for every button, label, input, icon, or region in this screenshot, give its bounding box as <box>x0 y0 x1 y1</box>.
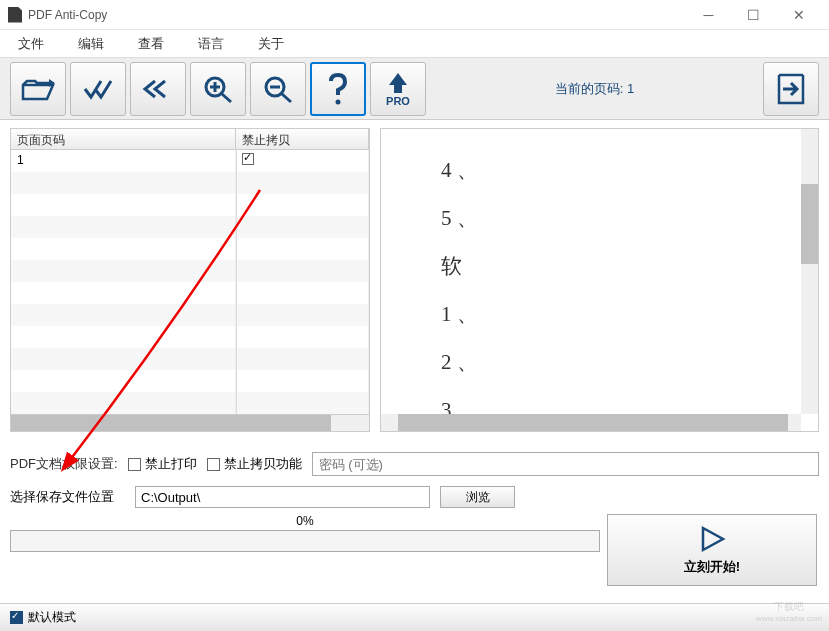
svg-point-2 <box>336 99 341 104</box>
upgrade-pro-icon: PRO <box>381 71 415 107</box>
close-button[interactable]: ✕ <box>776 1 821 29</box>
zoom-in-icon <box>201 74 235 104</box>
minimize-button[interactable]: ─ <box>686 1 731 29</box>
help-button[interactable] <box>310 62 366 116</box>
start-button[interactable]: 立刻开始! <box>607 514 817 586</box>
statusbar: 默认模式 <box>0 603 829 631</box>
maximize-button[interactable]: ☐ <box>731 1 776 29</box>
page-list-panel: 页面页码 禁止拷贝 1 <box>10 128 370 432</box>
nocopy-checkbox[interactable] <box>242 153 254 165</box>
progress-label: 0% <box>10 512 600 530</box>
default-mode-checkbox[interactable]: 默认模式 <box>10 609 76 626</box>
preview-vscrollbar[interactable] <box>801 129 818 414</box>
toolbar: PRO 当前的页码: 1 <box>0 58 829 120</box>
table-body: 1 <box>10 150 370 415</box>
zoom-out-button[interactable] <box>250 62 306 116</box>
menu-view[interactable]: 查看 <box>130 31 172 57</box>
preview-line: 5 、 <box>441 197 758 239</box>
play-icon <box>697 524 727 554</box>
menu-edit[interactable]: 编辑 <box>70 31 112 57</box>
titlebar: PDF Anti-Copy ─ ☐ ✕ <box>0 0 829 30</box>
menu-about[interactable]: 关于 <box>250 31 292 57</box>
password-input[interactable] <box>312 452 819 476</box>
preview-panel: 4 、 5 、 软 1 、 2 、 3 、 <box>380 128 819 432</box>
preview-line: 4 、 <box>441 149 758 191</box>
svg-text:PRO: PRO <box>386 95 410 107</box>
progress-bar <box>10 530 600 552</box>
table-row[interactable]: 1 <box>11 150 369 172</box>
menubar: 文件 编辑 查看 语言 关于 <box>0 30 829 58</box>
apply-all-button[interactable] <box>70 62 126 116</box>
settings-row: PDF文档权限设置: 禁止打印 禁止拷贝功能 <box>0 440 829 482</box>
no-print-checkbox[interactable]: 禁止打印 <box>128 455 197 473</box>
col-page-header[interactable]: 页面页码 <box>11 129 236 149</box>
question-icon <box>325 71 351 107</box>
preview-line: 软 <box>441 245 758 287</box>
preview-hscrollbar[interactable] <box>381 414 801 431</box>
app-title: PDF Anti-Copy <box>28 8 686 22</box>
checkbox-icon <box>10 611 23 624</box>
output-path-input[interactable] <box>135 486 430 508</box>
start-label: 立刻开始! <box>684 558 740 576</box>
col-nocopy-header[interactable]: 禁止拷贝 <box>236 129 369 149</box>
app-icon <box>8 7 22 23</box>
nocopy-cell <box>236 150 369 172</box>
pro-button[interactable]: PRO <box>370 62 426 116</box>
no-copy-checkbox[interactable]: 禁止拷贝功能 <box>207 455 302 473</box>
preview-line: 1 、 <box>441 293 758 335</box>
output-row: 选择保存文件位置 浏览 <box>0 482 829 512</box>
output-label: 选择保存文件位置 <box>10 488 125 506</box>
undo-icon <box>141 75 175 103</box>
page-number-cell: 1 <box>11 150 236 172</box>
double-check-icon <box>81 75 115 103</box>
open-button[interactable] <box>10 62 66 116</box>
preview-content: 4 、 5 、 软 1 、 2 、 3 、 <box>381 129 818 432</box>
export-icon <box>773 71 809 107</box>
preview-line: 2 、 <box>441 341 758 383</box>
table-header: 页面页码 禁止拷贝 <box>10 128 370 150</box>
folder-open-icon <box>21 75 55 103</box>
zoom-out-icon <box>261 74 295 104</box>
browse-button[interactable]: 浏览 <box>440 486 515 508</box>
export-button[interactable] <box>763 62 819 116</box>
undo-button[interactable] <box>130 62 186 116</box>
menu-file[interactable]: 文件 <box>10 31 52 57</box>
current-page-label: 当前的页码: 1 <box>430 80 759 98</box>
zoom-in-button[interactable] <box>190 62 246 116</box>
settings-label: PDF文档权限设置: <box>10 455 118 473</box>
menu-language[interactable]: 语言 <box>190 31 232 57</box>
left-hscrollbar[interactable] <box>10 415 370 432</box>
